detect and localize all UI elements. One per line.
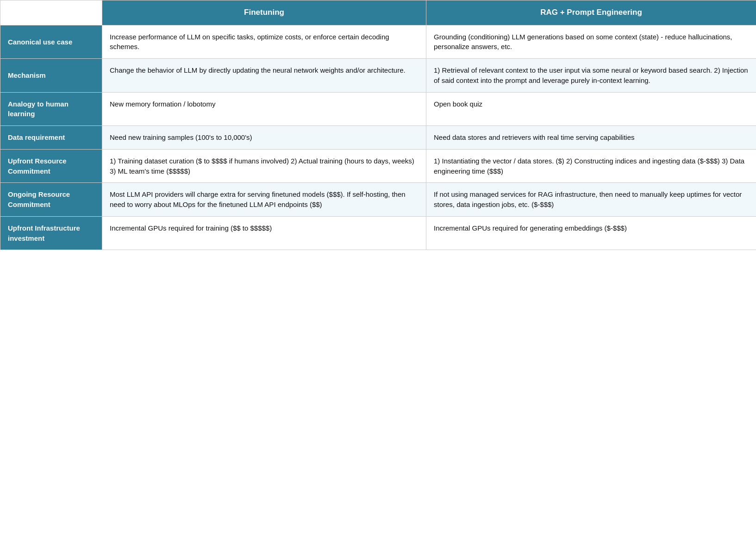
row-finetuning-mechanism: Change the behavior of LLM by directly u… [102, 59, 426, 93]
row-rag-upfront-infrastructure: Incremental GPUs required for generating… [426, 216, 756, 250]
row-finetuning-analogy: New memory formation / lobotomy [102, 92, 426, 126]
row-finetuning-data-requirement: Need new training samples (100's to 10,0… [102, 126, 426, 150]
row-rag-ongoing-resource: If not using managed services for RAG in… [426, 183, 756, 217]
row-rag-mechanism: 1) Retrieval of relevant context to the … [426, 59, 756, 93]
table-row: Upfront Resource Commitment1) Training d… [0, 149, 756, 183]
comparison-table-wrapper: Finetuning RAG + Prompt Engineering Cano… [0, 0, 756, 557]
table-header-row: Finetuning RAG + Prompt Engineering [0, 0, 756, 25]
row-finetuning-upfront-infrastructure: Incremental GPUs required for training (… [102, 216, 426, 250]
header-rag: RAG + Prompt Engineering [426, 0, 756, 25]
row-finetuning-canonical-use-case: Increase performance of LLM on specific … [102, 25, 426, 59]
row-rag-analogy: Open book quiz [426, 92, 756, 126]
table-row: Data requirementNeed new training sample… [0, 126, 756, 150]
row-label-upfront-resource: Upfront Resource Commitment [0, 149, 102, 183]
table-row: Upfront Infrastructure investmentIncreme… [0, 216, 756, 250]
row-label-data-requirement: Data requirement [0, 126, 102, 150]
row-rag-upfront-resource: 1) Instantiating the vector / data store… [426, 149, 756, 183]
header-finetuning: Finetuning [102, 0, 426, 25]
table-row: Canonical use caseIncrease performance o… [0, 25, 756, 59]
row-label-ongoing-resource: Ongoing Resource Commitment [0, 183, 102, 217]
comparison-table: Finetuning RAG + Prompt Engineering Cano… [0, 0, 756, 250]
table-row: MechanismChange the behavior of LLM by d… [0, 59, 756, 93]
header-empty-cell [0, 0, 102, 25]
row-label-canonical-use-case: Canonical use case [0, 25, 102, 59]
row-label-mechanism: Mechanism [0, 59, 102, 93]
row-finetuning-ongoing-resource: Most LLM API providers will charge extra… [102, 183, 426, 217]
row-rag-canonical-use-case: Grounding (conditioning) LLM generations… [426, 25, 756, 59]
table-row: Analogy to human learningNew memory form… [0, 92, 756, 126]
row-finetuning-upfront-resource: 1) Training dataset curation ($ to $$$$ … [102, 149, 426, 183]
row-rag-data-requirement: Need data stores and retrievers with rea… [426, 126, 756, 150]
row-label-upfront-infrastructure: Upfront Infrastructure investment [0, 216, 102, 250]
row-label-analogy: Analogy to human learning [0, 92, 102, 126]
table-row: Ongoing Resource CommitmentMost LLM API … [0, 183, 756, 217]
